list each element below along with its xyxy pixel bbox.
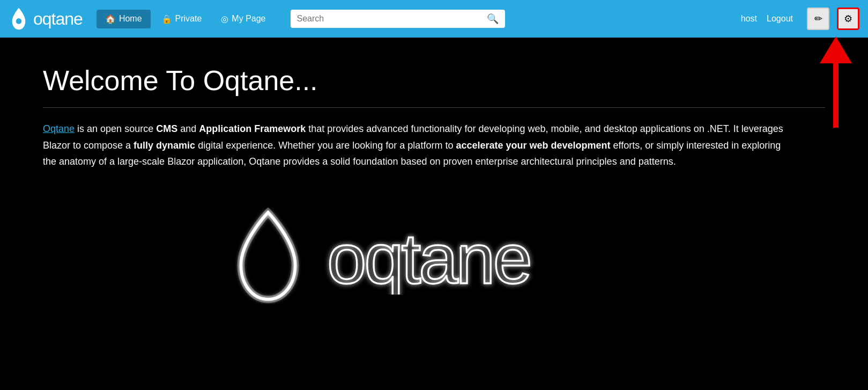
search-wrapper: 🔍 xyxy=(291,10,505,28)
desc-part2: and xyxy=(180,123,199,134)
fully-dynamic-bold: fully dynamic xyxy=(133,140,195,151)
oqtane-link[interactable]: Oqtane xyxy=(43,123,75,134)
nav-item-mypage[interactable]: ◎ My Page xyxy=(212,10,274,28)
logo-drop-icon xyxy=(9,7,29,31)
lock-icon: 🔒 xyxy=(161,14,172,24)
nav-private-label: Private xyxy=(175,14,202,24)
search-button[interactable]: 🔍 xyxy=(487,13,499,25)
big-drop-icon xyxy=(225,208,311,304)
home-icon: 🏠 xyxy=(105,14,116,24)
edit-button[interactable]: ✏ xyxy=(807,8,829,30)
big-logo-text-svg: oqtane xyxy=(322,217,643,295)
cms-bold: CMS xyxy=(156,123,177,134)
circle-icon: ◎ xyxy=(221,14,228,24)
edit-icon: ✏ xyxy=(814,13,822,25)
nav-item-home[interactable]: 🏠 Home xyxy=(97,10,151,28)
desc-part1: is an open source xyxy=(77,123,156,134)
app-framework-bold: Application Framework xyxy=(199,123,306,134)
description-text: Oqtane is an open source CMS and Applica… xyxy=(43,121,793,170)
logo-area: oqtane xyxy=(9,7,83,31)
navbar: oqtane 🏠 Home 🔒 Private ◎ My Page 🔍 host… xyxy=(0,0,868,38)
accelerate-bold: accelerate your web development xyxy=(456,140,610,151)
welcome-title: Welcome To Oqtane... xyxy=(43,64,825,97)
logo-text: oqtane xyxy=(33,9,83,29)
desc-part4: digital experience. Whether you are look… xyxy=(198,140,456,151)
content-logo: oqtane xyxy=(43,186,825,315)
nav-item-private[interactable]: 🔒 Private xyxy=(153,10,211,28)
nav-items: 🏠 Home 🔒 Private ◎ My Page xyxy=(97,10,275,28)
section-divider xyxy=(43,107,825,108)
host-label: host xyxy=(741,14,757,24)
svg-point-0 xyxy=(16,18,22,24)
content-logo-inner: oqtane xyxy=(225,208,643,304)
nav-home-label: Home xyxy=(119,14,142,24)
nav-mypage-label: My Page xyxy=(232,14,265,24)
svg-text:oqtane: oqtane xyxy=(327,219,530,295)
logout-button[interactable]: Logout xyxy=(767,14,793,24)
gear-icon: ⚙ xyxy=(844,13,852,25)
main-content: Welcome To Oqtane... Oqtane is an open s… xyxy=(0,38,868,390)
search-input[interactable] xyxy=(297,14,487,24)
settings-button[interactable]: ⚙ xyxy=(837,8,859,30)
